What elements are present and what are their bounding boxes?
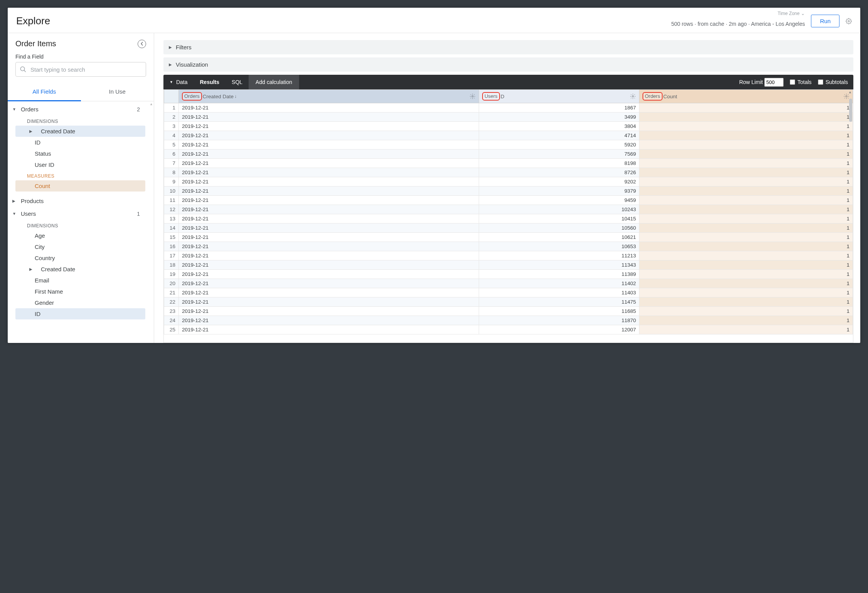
field-users-country[interactable]: Country bbox=[15, 252, 145, 264]
field-orders-user-id[interactable]: User ID bbox=[15, 159, 145, 170]
table-row[interactable]: 92019-12-2192021 bbox=[164, 177, 853, 186]
cell-users-id[interactable]: 8198 bbox=[479, 159, 639, 168]
table-row[interactable]: 232019-12-21116851 bbox=[164, 307, 853, 316]
field-users-email[interactable]: Email bbox=[15, 275, 145, 286]
cell-created-date[interactable]: 2019-12-21 bbox=[179, 122, 479, 131]
cell-created-date[interactable]: 2019-12-21 bbox=[179, 325, 479, 334]
cell-users-id[interactable]: 10243 bbox=[479, 205, 639, 214]
tab-in-use[interactable]: In Use bbox=[81, 82, 154, 101]
table-row[interactable]: 32019-12-2138041 bbox=[164, 122, 853, 131]
cell-orders-count[interactable]: 1 bbox=[639, 297, 853, 307]
cell-users-id[interactable]: 3804 bbox=[479, 122, 639, 131]
table-row[interactable]: 112019-12-2194591 bbox=[164, 196, 853, 205]
cell-orders-count[interactable]: 1 bbox=[639, 186, 853, 196]
table-row[interactable]: 142019-12-21105601 bbox=[164, 223, 853, 233]
cell-users-id[interactable]: 10415 bbox=[479, 214, 639, 223]
table-row[interactable]: 82019-12-2187261 bbox=[164, 168, 853, 177]
timezone-picker[interactable]: Time Zone ⌄ bbox=[778, 11, 805, 16]
cell-users-id[interactable]: 12007 bbox=[479, 325, 639, 334]
cell-orders-count[interactable]: 1 bbox=[639, 242, 853, 251]
sql-tab[interactable]: SQL bbox=[225, 75, 249, 89]
visualization-section[interactable]: ▶ Visualization bbox=[163, 57, 853, 72]
table-row[interactable]: 42019-12-2147141 bbox=[164, 131, 853, 140]
cell-users-id[interactable]: 11403 bbox=[479, 288, 639, 297]
cell-orders-count[interactable]: 1 bbox=[639, 131, 853, 140]
cell-users-id[interactable]: 9379 bbox=[479, 186, 639, 196]
cell-orders-count[interactable]: 1 bbox=[639, 122, 853, 131]
cell-created-date[interactable]: 2019-12-21 bbox=[179, 113, 479, 122]
cell-orders-count[interactable]: 1 bbox=[639, 140, 853, 150]
cell-created-date[interactable]: 2019-12-21 bbox=[179, 251, 479, 260]
cell-created-date[interactable]: 2019-12-21 bbox=[179, 131, 479, 140]
cell-orders-count[interactable]: 1 bbox=[639, 325, 853, 334]
cell-created-date[interactable]: 2019-12-21 bbox=[179, 186, 479, 196]
cell-orders-count[interactable]: 1 bbox=[639, 205, 853, 214]
gear-icon[interactable] bbox=[630, 93, 636, 99]
cell-users-id[interactable]: 10653 bbox=[479, 242, 639, 251]
table-row[interactable]: 102019-12-2193791 bbox=[164, 186, 853, 196]
cell-users-id[interactable]: 10621 bbox=[479, 233, 639, 242]
table-row[interactable]: 192019-12-21113891 bbox=[164, 270, 853, 279]
cell-created-date[interactable]: 2019-12-21 bbox=[179, 316, 479, 325]
column-header-users-id[interactable]: Users D bbox=[479, 90, 639, 103]
column-header-orders-count[interactable]: Orders Count bbox=[639, 90, 853, 103]
view-users[interactable]: ▼ Users 1 bbox=[8, 207, 149, 220]
cell-created-date[interactable]: 2019-12-21 bbox=[179, 177, 479, 186]
cell-created-date[interactable]: 2019-12-21 bbox=[179, 279, 479, 288]
cell-orders-count[interactable]: 1 bbox=[639, 251, 853, 260]
table-row[interactable]: 72019-12-2181981 bbox=[164, 159, 853, 168]
cell-created-date[interactable]: 2019-12-21 bbox=[179, 205, 479, 214]
cell-created-date[interactable]: 2019-12-21 bbox=[179, 168, 479, 177]
totals-input[interactable] bbox=[790, 79, 795, 85]
cell-created-date[interactable]: 2019-12-21 bbox=[179, 242, 479, 251]
field-orders-count[interactable]: Count bbox=[15, 180, 145, 192]
cell-users-id[interactable]: 10560 bbox=[479, 223, 639, 233]
cell-orders-count[interactable]: 1 bbox=[639, 307, 853, 316]
totals-checkbox[interactable]: Totals bbox=[790, 79, 812, 85]
table-row[interactable]: 242019-12-21118701 bbox=[164, 316, 853, 325]
subtotals-checkbox[interactable]: Subtotals bbox=[818, 79, 848, 85]
cell-orders-count[interactable]: 1 bbox=[639, 270, 853, 279]
cell-users-id[interactable]: 9202 bbox=[479, 177, 639, 186]
cell-created-date[interactable]: 2019-12-21 bbox=[179, 233, 479, 242]
run-button[interactable]: Run bbox=[811, 15, 839, 27]
row-limit-input[interactable] bbox=[764, 78, 784, 87]
cell-orders-count[interactable]: 1 bbox=[639, 113, 853, 122]
cell-created-date[interactable]: 2019-12-21 bbox=[179, 307, 479, 316]
field-orders-created-date[interactable]: ▶ Created Date bbox=[15, 126, 145, 137]
field-users-first-name[interactable]: First Name bbox=[15, 286, 145, 297]
cell-created-date[interactable]: 2019-12-21 bbox=[179, 223, 479, 233]
field-orders-status[interactable]: Status bbox=[15, 148, 145, 159]
results-tab[interactable]: Results bbox=[194, 75, 226, 89]
field-users-id[interactable]: ID bbox=[15, 308, 145, 319]
filters-section[interactable]: ▶ Filters bbox=[163, 40, 853, 54]
table-row[interactable]: 12019-12-2118671 bbox=[164, 103, 853, 113]
cell-orders-count[interactable]: 1 bbox=[639, 168, 853, 177]
cell-orders-count[interactable]: 1 bbox=[639, 214, 853, 223]
table-row[interactable]: 252019-12-21120071 bbox=[164, 325, 853, 334]
collapse-panel-button[interactable] bbox=[138, 40, 146, 48]
cell-orders-count[interactable]: 1 bbox=[639, 196, 853, 205]
search-input[interactable] bbox=[30, 66, 142, 73]
table-row[interactable]: 62019-12-2175691 bbox=[164, 150, 853, 159]
table-row[interactable]: 22019-12-2134991 bbox=[164, 113, 853, 122]
table-row[interactable]: 212019-12-21114031 bbox=[164, 288, 853, 297]
cell-orders-count[interactable]: 1 bbox=[639, 260, 853, 270]
cell-orders-count[interactable]: 1 bbox=[639, 316, 853, 325]
field-users-age[interactable]: Age bbox=[15, 230, 145, 241]
field-orders-id[interactable]: ID bbox=[15, 137, 145, 148]
cell-created-date[interactable]: 2019-12-21 bbox=[179, 159, 479, 168]
cell-orders-count[interactable]: 1 bbox=[639, 103, 853, 113]
subtotals-input[interactable] bbox=[818, 79, 823, 85]
table-row[interactable]: 182019-12-21113431 bbox=[164, 260, 853, 270]
cell-users-id[interactable]: 11475 bbox=[479, 297, 639, 307]
cell-orders-count[interactable]: 1 bbox=[639, 223, 853, 233]
cell-created-date[interactable]: 2019-12-21 bbox=[179, 150, 479, 159]
field-users-gender[interactable]: Gender bbox=[15, 297, 145, 308]
data-section-toggle[interactable]: ▼ Data bbox=[163, 75, 194, 89]
table-row[interactable]: 162019-12-21106531 bbox=[164, 242, 853, 251]
settings-button[interactable] bbox=[846, 18, 852, 24]
cell-orders-count[interactable]: 1 bbox=[639, 177, 853, 186]
cell-users-id[interactable]: 3499 bbox=[479, 113, 639, 122]
cell-users-id[interactable]: 11870 bbox=[479, 316, 639, 325]
